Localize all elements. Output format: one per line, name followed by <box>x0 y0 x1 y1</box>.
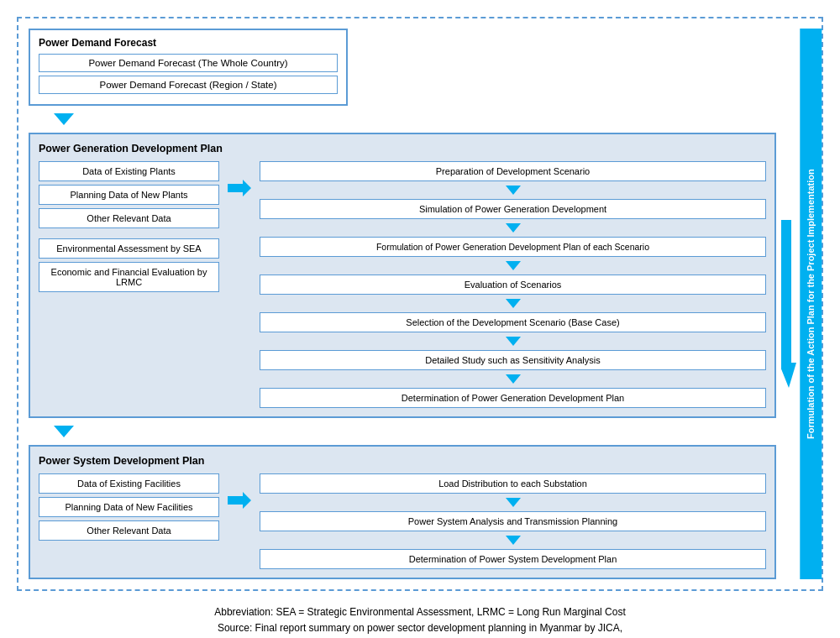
right-arrow-icon <box>228 176 251 200</box>
gen-data-existing: Data of Existing Plants <box>39 161 219 181</box>
sys-data-existing: Data of Existing Facilities <box>39 473 219 494</box>
arrow-gen-to-sys <box>54 426 776 437</box>
gen-step-5: Selection of the Development Scenario (B… <box>260 312 766 332</box>
gen-step-1: Preparation of Development Scenario <box>260 161 766 181</box>
gen-left-group1: Data of Existing Plants Planning Data of… <box>39 161 219 228</box>
gen-plan-section: Power Generation Development Plan Data o… <box>29 133 776 418</box>
sys-step-3: Determination of Power System Developmen… <box>260 549 766 569</box>
sys-plan-section: Power System Development Plan Data of Ex… <box>29 445 776 579</box>
gen-left-group2: Environmental Assessment by SEA Economic… <box>39 238 219 292</box>
arrow-sys-1-2 <box>260 498 766 507</box>
sys-plan-title: Power System Development Plan <box>39 455 766 467</box>
svg-marker-2 <box>781 220 791 363</box>
sys-right-col: Load Distribution to each Substation Pow… <box>260 473 766 569</box>
sys-step-1: Load Distribution to each Substation <box>260 473 766 494</box>
arrow-sys-2-3 <box>260 536 766 545</box>
arrow-step-4-5 <box>260 299 766 308</box>
gen-step-2: Simulation of Power Generation Developme… <box>260 199 766 219</box>
down-arrow-icon-2 <box>54 426 74 437</box>
arrow-step-3-4 <box>260 261 766 270</box>
gen-plan-title: Power Generation Development Plan <box>39 143 766 154</box>
gen-left-col: Data of Existing Plants Planning Data of… <box>39 161 219 292</box>
sys-left-group1: Data of Existing Facilities Planning Dat… <box>39 473 219 541</box>
right-big-arrow-icon <box>781 220 796 388</box>
gen-arrow-right <box>228 176 251 200</box>
right-vertical-label-col: Formulation of the Action Plan for the P… <box>781 29 815 579</box>
svg-marker-1 <box>228 492 251 509</box>
source-line1: Source: Final report summary on power se… <box>17 620 823 636</box>
gen-right-col: Preparation of Development Scenario Simu… <box>260 161 766 408</box>
sys-step-2: Power System Analysis and Transmission P… <box>260 511 766 531</box>
abbreviation-text: Abbreviation: SEA = Strategic Environmen… <box>17 604 823 620</box>
arrow-demand-to-gen <box>54 113 776 125</box>
sys-data-other: Other Relevant Data <box>39 520 219 541</box>
sys-left-col: Data of Existing Facilities Planning Dat… <box>39 473 219 541</box>
main-content: Power Demand Forecast Power Demand Forec… <box>29 29 776 579</box>
demand-forecast-title: Power Demand Forecast <box>39 37 338 49</box>
demand-forecast-item-2: Power Demand Forecast (Region / State) <box>39 76 338 94</box>
gen-env-assessment: Environmental Assessment by SEA <box>39 238 219 259</box>
gen-financial-eval: Economic and Financial Evaluation by LRM… <box>39 262 219 292</box>
arrow-step-2-3 <box>260 223 766 233</box>
demand-forecast-item-1: Power Demand Forecast (The Whole Country… <box>39 54 338 72</box>
gen-data-other: Other Relevant Data <box>39 208 219 228</box>
gen-step-7: Determination of Power Generation Develo… <box>260 388 766 408</box>
sys-arrow-right <box>228 489 251 512</box>
gen-step-6: Detailed Study such as Sensitivity Analy… <box>260 350 766 370</box>
caption-area: Abbreviation: SEA = Strategic Environmen… <box>17 604 823 638</box>
sys-data-new: Planning Data of New Facilities <box>39 497 219 517</box>
gen-plan-inner: Data of Existing Plants Planning Data of… <box>39 161 766 408</box>
svg-marker-3 <box>781 363 796 388</box>
outer-dashed-border: Power Demand Forecast Power Demand Forec… <box>17 17 823 591</box>
vertical-label: Formulation of the Action Plan for the P… <box>800 29 822 579</box>
gen-step-4: Evaluation of Scenarios <box>260 275 766 295</box>
arrow-step-1-2 <box>260 186 766 195</box>
gen-data-new: Planning Data of New Plants <box>39 185 219 205</box>
gen-step-3: Formulation of Power Generation Developm… <box>260 237 766 257</box>
page-container: Power Demand Forecast Power Demand Forec… <box>17 17 823 638</box>
arrow-step-5-6 <box>260 337 766 346</box>
arrow-step-6-7 <box>260 374 766 384</box>
demand-forecast-section: Power Demand Forecast Power Demand Forec… <box>29 29 348 106</box>
svg-marker-0 <box>228 180 251 196</box>
right-arrow-icon-2 <box>228 489 251 512</box>
sys-plan-inner: Data of Existing Facilities Planning Dat… <box>39 473 766 569</box>
down-arrow-icon <box>54 113 74 125</box>
